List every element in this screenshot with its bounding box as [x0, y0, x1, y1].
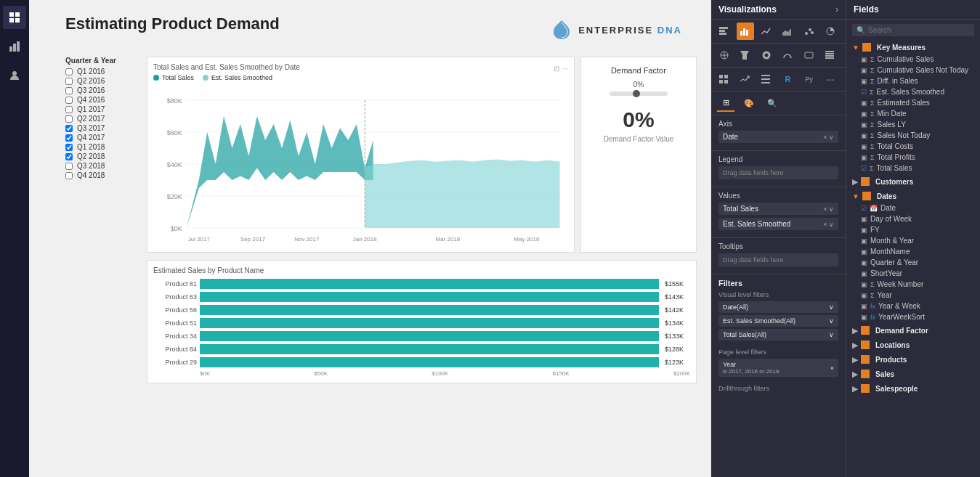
viz-icon-card[interactable]	[801, 46, 818, 64]
values-total-sales-remove[interactable]: × ∨	[823, 205, 834, 213]
q2-2017-checkbox[interactable]	[65, 115, 73, 123]
sidebar-grid-icon[interactable]	[3, 6, 26, 29]
q1-2018-checkbox[interactable]	[65, 144, 73, 151]
viz-icon-pie[interactable]	[822, 23, 839, 40]
viz-icon-python[interactable]: Py	[801, 70, 818, 88]
filter-date-expand[interactable]: ∨	[829, 303, 834, 311]
demand-slider-handle[interactable]	[633, 90, 640, 97]
viz-tab-format[interactable]: 🎨	[740, 94, 758, 112]
line-chart[interactable]: Total Sales and Est. Sales Smoothed by D…	[147, 57, 575, 253]
q4-2017-checkbox[interactable]	[65, 134, 73, 142]
field-day-of-week[interactable]: ▣ Day of Week	[846, 213, 980, 224]
field-monthname[interactable]: ▣ MonthName	[846, 246, 980, 257]
expand-icon[interactable]: ⊡	[554, 65, 559, 73]
field-group-locations-header[interactable]: ▶ Locations	[846, 338, 980, 351]
field-shortyear[interactable]: ▣ ShortYear	[846, 268, 980, 279]
q1-2016-checkbox[interactable]	[65, 68, 73, 76]
sidebar-people-icon[interactable]	[3, 64, 26, 87]
viz-icon-area-chart[interactable]	[779, 23, 796, 40]
q1-2017-checkbox[interactable]	[65, 106, 73, 113]
viz-icon-scatter[interactable]	[801, 23, 818, 40]
quarter-q4-2017[interactable]: Q4 2017	[65, 134, 138, 142]
field-estimated-sales[interactable]: ▣ Σ Estimated Sales	[846, 97, 980, 108]
field-group-salespeople-header[interactable]: ▶ Salespeople	[846, 382, 980, 395]
viz-icon-line-chart[interactable]	[758, 23, 775, 40]
field-month-year[interactable]: ▣ Month & Year	[846, 235, 980, 246]
filter-year-remove[interactable]: ×	[830, 364, 834, 372]
q4-2016-checkbox[interactable]	[65, 97, 73, 104]
field-cumulative-sales[interactable]: ▣ Σ Cumulative Sales	[846, 54, 980, 65]
viz-icon-donut[interactable]	[758, 46, 775, 64]
quarter-q3-2017[interactable]: Q3 2017	[65, 124, 138, 132]
field-group-demand-factor-header[interactable]: ▶ Demand Factor	[846, 324, 980, 337]
viz-tab-analytics[interactable]: 🔍	[764, 94, 781, 112]
values-total-sales-row[interactable]: Total Sales × ∨	[718, 203, 838, 215]
axis-value-row[interactable]: Date × ∨	[718, 131, 838, 143]
viz-icon-map[interactable]	[716, 46, 733, 64]
viz-icon-funnel[interactable]	[737, 46, 754, 64]
demand-slider[interactable]	[610, 91, 668, 96]
field-est-sales-smoothed[interactable]: ☑ Σ Est. Sales Smoothed	[846, 86, 980, 97]
field-yearweeksort[interactable]: ▣ fx YearWeekSort	[846, 311, 980, 322]
q4-2018-checkbox[interactable]	[65, 172, 73, 179]
viz-panel-expand[interactable]: ›	[835, 4, 838, 15]
viz-icon-more[interactable]: ···	[822, 70, 839, 88]
quarter-q2-2017[interactable]: Q2 2017	[65, 115, 138, 123]
search-box[interactable]: 🔍	[852, 24, 974, 36]
sidebar-chart-icon[interactable]	[3, 35, 26, 58]
filter-total-expand[interactable]: ∨	[829, 331, 834, 338]
filter-est-expand[interactable]: ∨	[829, 317, 834, 325]
field-date[interactable]: ☑ 📅 Date	[846, 203, 980, 213]
viz-icon-bar-chart[interactable]	[737, 23, 754, 40]
field-quarter-year[interactable]: ▣ Quarter & Year	[846, 257, 980, 268]
quarter-q4-2016[interactable]: Q4 2016	[65, 96, 138, 104]
viz-icon-stacked-bar[interactable]	[716, 23, 733, 40]
q3-2016-checkbox[interactable]	[65, 87, 73, 94]
search-input[interactable]	[868, 26, 970, 34]
field-diff-in-sales[interactable]: ▣ Σ Diff. in Sales	[846, 76, 980, 86]
quarter-q3-2016[interactable]: Q3 2016	[65, 86, 138, 94]
q2-2016-checkbox[interactable]	[65, 78, 73, 85]
field-total-profits[interactable]: ▣ Σ Total Profits	[846, 152, 980, 163]
field-total-costs[interactable]: ▣ Σ Total Costs	[846, 141, 980, 152]
field-group-dates-header[interactable]: ▼ Dates	[846, 189, 980, 203]
quarter-q4-2018[interactable]: Q4 2018	[65, 171, 138, 179]
field-group-products-header[interactable]: ▶ Products	[846, 353, 980, 366]
filter-total-sales[interactable]: Total Sales(All) ∨	[718, 329, 838, 341]
field-min-date[interactable]: ▣ Σ Min Date	[846, 108, 980, 119]
viz-icon-table[interactable]	[822, 46, 839, 64]
field-fy[interactable]: ▣ FY	[846, 224, 980, 235]
field-cumulative-sales-not-today[interactable]: ▣ Σ Cumulative Sales Not Today	[846, 65, 980, 76]
values-est-sales-row[interactable]: Est. Sales Smoothed × ∨	[718, 218, 838, 230]
more-icon[interactable]: ···	[562, 65, 568, 73]
filter-est-sales[interactable]: Est. Sales Smoothed(All) ∨	[718, 315, 838, 327]
quarter-q1-2017[interactable]: Q1 2017	[65, 105, 138, 113]
quarter-q1-2018[interactable]: Q1 2018	[65, 143, 138, 151]
quarter-q2-2016[interactable]: Q2 2016	[65, 77, 138, 85]
viz-icon-kpi[interactable]	[737, 70, 754, 88]
bar-chart[interactable]: Estimated Sales by Product Name Product …	[147, 260, 697, 383]
field-sales-ly[interactable]: ▣ Σ Sales LY	[846, 119, 980, 130]
field-group-customers-header[interactable]: ▶ Customers	[846, 175, 980, 188]
field-week-number[interactable]: ▣ Σ Week Number	[846, 279, 980, 290]
field-group-key-measures-header[interactable]: ▼ Key Measures	[846, 41, 980, 54]
filter-year[interactable]: Year is 2017, 2016 or 2018 ×	[718, 359, 838, 377]
quarter-q1-2016[interactable]: Q1 2016	[65, 68, 138, 76]
axis-remove[interactable]: × ∨	[823, 134, 834, 141]
field-total-sales[interactable]: ☑ Σ Total Sales	[846, 163, 980, 174]
field-group-sales-header[interactable]: ▶ Sales	[846, 367, 980, 380]
field-sales-not-today[interactable]: ▣ Σ Sales Not Today	[846, 130, 980, 141]
viz-icon-slicer[interactable]	[758, 70, 775, 88]
quarter-q3-2018[interactable]: Q3 2018	[65, 162, 138, 170]
filter-date[interactable]: Date(All) ∨	[718, 301, 838, 313]
q2-2018-checkbox[interactable]	[65, 153, 73, 160]
viz-icon-r[interactable]: R	[779, 70, 796, 88]
q3-2018-checkbox[interactable]	[65, 163, 73, 170]
field-year-week[interactable]: ▣ fx Year & Week	[846, 301, 980, 311]
viz-tab-fields[interactable]: ⊞	[717, 94, 734, 112]
viz-icon-matrix[interactable]	[716, 70, 733, 88]
values-est-sales-remove[interactable]: × ∨	[823, 221, 834, 228]
quarter-q2-2018[interactable]: Q2 2018	[65, 152, 138, 160]
field-year[interactable]: ▣ Σ Year	[846, 290, 980, 301]
viz-icon-gauge[interactable]	[779, 46, 796, 64]
